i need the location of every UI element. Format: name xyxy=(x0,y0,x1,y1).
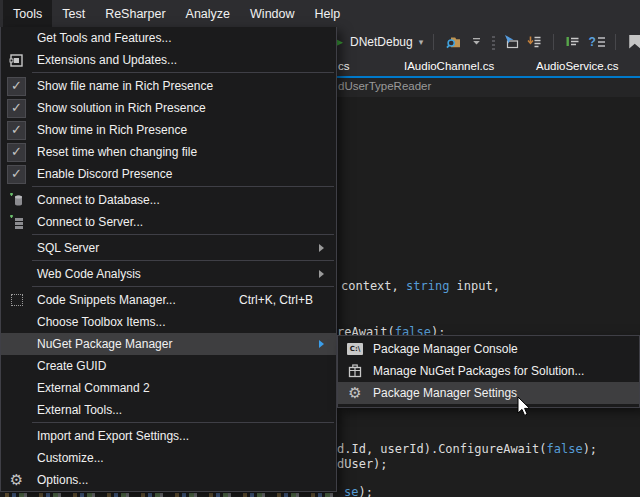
menubar-item-resharper[interactable]: ReSharper xyxy=(95,0,175,27)
check-icon: ✓ xyxy=(7,165,26,184)
code-token-keyword: false xyxy=(547,442,583,456)
checked-icon: ✓ xyxy=(1,143,32,162)
menu-item-options[interactable]: ⚙ Options... xyxy=(1,469,336,491)
extensions-icon xyxy=(1,53,32,68)
checked-icon: ✓ xyxy=(1,77,32,96)
code-line: d.Id, userId).ConfigureAwait(false); xyxy=(337,442,597,456)
run-config-dropdown[interactable]: DNetDebug ▾ xyxy=(350,35,423,49)
checked-icon: ✓ xyxy=(1,99,32,118)
bookmark-icon[interactable] xyxy=(626,33,640,50)
question-glyph: ? xyxy=(589,35,596,49)
run-config-label: DNetDebug xyxy=(350,35,413,49)
menu-item-choose-toolbox-items[interactable]: Choose Toolbox Items... xyxy=(1,311,336,333)
check-icon: ✓ xyxy=(7,77,26,96)
console-icon: C:\ xyxy=(345,343,365,355)
menu-item-create-guid[interactable]: Create GUID xyxy=(1,355,336,377)
code-token: ); xyxy=(583,442,597,456)
menu-separator xyxy=(32,422,334,423)
submenu-arrow-icon xyxy=(319,270,336,278)
navigation-type-dropdown[interactable]: dUserTypeReader xyxy=(338,80,431,92)
submenu-arrow-icon xyxy=(319,340,336,348)
server-icon xyxy=(1,214,32,230)
code-token-keyword: string xyxy=(406,279,449,293)
code-token: context, xyxy=(341,279,406,293)
menu-separator xyxy=(32,234,334,235)
menu-item-show-solution-rich-presence[interactable]: ✓ Show solution in Rich Presence xyxy=(1,97,336,119)
code-snippets-icon xyxy=(1,294,32,306)
submenu-item-package-manager-settings[interactable]: ⚙ Package Manager Settings xyxy=(338,382,639,404)
submenu-item-manage-nuget-packages[interactable]: Manage NuGet Packages for Solution... xyxy=(338,360,639,382)
menubar-item-help[interactable]: Help xyxy=(305,0,351,27)
menu-item-reset-time-changing-file[interactable]: ✓ Reset time when changing file xyxy=(1,141,336,163)
code-token: input, xyxy=(449,279,500,293)
menu-item-external-command-2[interactable]: External Command 2 xyxy=(1,377,336,399)
submenu-item-package-manager-console[interactable]: C:\ Package Manager Console xyxy=(338,338,639,360)
word-completion-icon[interactable] xyxy=(526,33,543,50)
menubar-item-analyze[interactable]: Analyze xyxy=(176,0,240,27)
menu-item-extensions-and-updates[interactable]: Extensions and Updates... xyxy=(1,49,336,71)
tab-partial[interactable]: cs xyxy=(338,56,350,76)
menu-separator xyxy=(32,260,334,261)
chevron-down-icon: ▾ xyxy=(419,37,424,47)
menu-item-external-tools[interactable]: External Tools... xyxy=(1,399,336,421)
menu-item-connect-to-server[interactable]: Connect to Server... xyxy=(1,211,336,233)
menu-item-nuget-package-manager[interactable]: NuGet Package Manager xyxy=(1,333,336,355)
quick-info-lines xyxy=(598,37,605,47)
menu-item-show-time-rich-presence[interactable]: ✓ Show time in Rich Presence xyxy=(1,119,336,141)
toolbar-drag-handle[interactable] xyxy=(492,34,495,50)
code-line: se); xyxy=(344,485,373,497)
menu-item-enable-discord-presence[interactable]: ✓ Enable Discord Presence xyxy=(1,163,336,185)
code-token: ); xyxy=(358,485,372,497)
toolbar-separator xyxy=(433,34,434,50)
code-line: dUser); xyxy=(337,457,388,471)
menu-item-customize[interactable]: Customize... xyxy=(1,447,336,469)
clipped-code-line xyxy=(0,493,337,497)
database-icon xyxy=(1,192,32,208)
tab-audioservice[interactable]: AudioService.cs xyxy=(536,56,618,76)
quick-info-icon[interactable]: ? xyxy=(588,33,605,50)
menubar-item-test[interactable]: Test xyxy=(52,0,95,27)
visual-studio-window: Tools Test ReSharper Analyze Window Help… xyxy=(0,0,640,497)
package-icon xyxy=(345,364,365,378)
menu-separator xyxy=(32,286,334,287)
menu-separator xyxy=(32,186,334,187)
checked-icon: ✓ xyxy=(1,165,32,184)
menubar-item-tools[interactable]: Tools xyxy=(3,0,52,27)
menu-bar: Tools Test ReSharper Analyze Window Help xyxy=(0,0,640,27)
menu-item-connect-to-database[interactable]: Connect to Database... xyxy=(1,189,336,211)
parameter-info-icon[interactable] xyxy=(564,33,581,50)
menu-item-show-file-name-rich-presence[interactable]: ✓ Show file name in Rich Presence xyxy=(1,75,336,97)
check-icon: ✓ xyxy=(7,99,26,118)
check-icon: ✓ xyxy=(7,143,26,162)
toolbar-separator xyxy=(553,34,554,50)
toolbar-separator xyxy=(615,34,616,50)
code-token: dUser); xyxy=(337,457,388,471)
menu-item-code-snippets-manager[interactable]: Code Snippets Manager... Ctrl+K, Ctrl+B xyxy=(1,289,336,311)
toolbar-overflow-chevron-icon[interactable] xyxy=(468,33,485,50)
menu-item-sql-server[interactable]: SQL Server xyxy=(1,237,336,259)
nuget-submenu: C:\ Package Manager Console Manage NuGet… xyxy=(337,335,640,408)
tab-iaudiochannel[interactable]: IAudioChannel.cs xyxy=(404,56,494,76)
menu-item-import-export-settings[interactable]: Import and Export Settings... xyxy=(1,425,336,447)
menu-item-web-code-analysis[interactable]: Web Code Analysis xyxy=(1,263,336,285)
mouse-cursor xyxy=(515,396,535,418)
menu-item-get-tools-and-features[interactable]: Get Tools and Features... xyxy=(1,27,336,49)
gear-icon: ⚙ xyxy=(345,386,365,401)
find-in-files-icon[interactable] xyxy=(444,33,461,50)
code-line: context, string input, xyxy=(341,279,500,293)
tools-menu: Get Tools and Features... Extensions and… xyxy=(0,27,337,492)
member-list-icon[interactable] xyxy=(502,33,519,50)
checked-icon: ✓ xyxy=(1,121,32,140)
submenu-arrow-icon xyxy=(319,244,336,252)
bookmark-shape xyxy=(629,35,640,49)
menubar-item-window[interactable]: Window xyxy=(240,0,304,27)
check-icon: ✓ xyxy=(7,121,26,140)
menu-separator xyxy=(32,72,334,73)
gear-icon: ⚙ xyxy=(1,473,32,488)
code-token-keyword: se xyxy=(344,485,358,497)
shortcut-label: Ctrl+K, Ctrl+B xyxy=(239,293,319,307)
code-token: d.Id, userId).ConfigureAwait( xyxy=(337,442,547,456)
